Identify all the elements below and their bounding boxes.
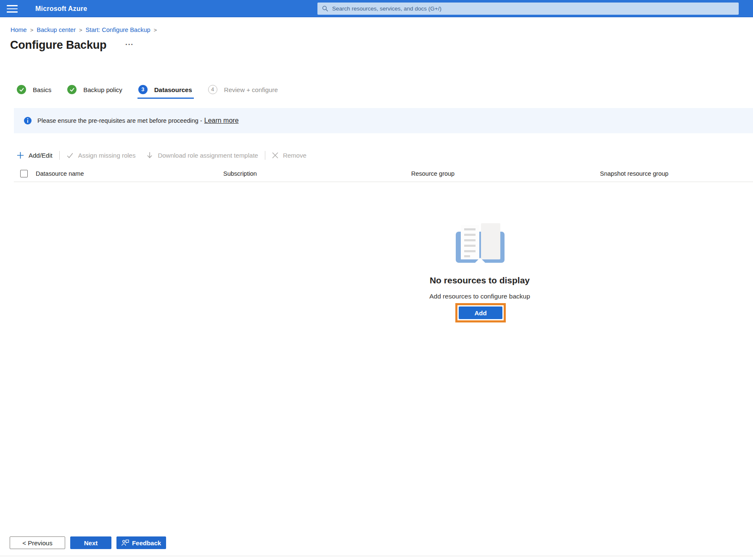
feedback-button[interactable]: Feedback xyxy=(116,536,166,549)
tab-basics[interactable]: Basics xyxy=(17,85,51,94)
column-subscription[interactable]: Subscription xyxy=(223,170,257,177)
wizard-steps: Basics Backup policy 3 Datasources 4 Rev… xyxy=(17,85,294,94)
step-number: 3 xyxy=(138,85,148,94)
check-icon xyxy=(66,152,74,159)
step-label: Backup policy xyxy=(83,86,122,93)
toolbar-divider xyxy=(59,151,60,160)
learn-more-link[interactable]: Learn more xyxy=(204,117,239,124)
feedback-icon xyxy=(122,539,129,546)
tab-backup-policy[interactable]: Backup policy xyxy=(67,85,122,94)
toolbar-item-label: Remove xyxy=(283,152,306,159)
breadcrumb-separator: > xyxy=(79,27,82,33)
open-book-icon xyxy=(455,222,505,265)
download-icon xyxy=(146,152,153,159)
empty-state-subtitle: Add resources to configure backup xyxy=(312,293,648,300)
datasource-table-header: Datasource name Subscription Resource gr… xyxy=(14,166,753,182)
more-options-icon[interactable]: ··· xyxy=(125,40,134,49)
prerequisites-info-banner: Please ensure the pre-requisites are met… xyxy=(14,108,753,133)
search-input[interactable] xyxy=(332,5,734,12)
download-role-template-button[interactable]: Download role assignment template xyxy=(146,152,258,159)
datasource-toolbar: Add/Edit Assign missing roles Download r… xyxy=(17,149,306,161)
banner-message: Please ensure the pre-requisites are met… xyxy=(37,117,202,124)
app-title: Microsoft Azure xyxy=(35,0,87,17)
empty-state-title: No resources to display xyxy=(312,275,648,285)
step-label: Basics xyxy=(33,86,51,93)
page-title: Configure Backup xyxy=(10,39,106,52)
step-complete-icon xyxy=(67,85,77,94)
next-button[interactable]: Next xyxy=(70,536,111,549)
breadcrumb-separator: > xyxy=(154,27,157,33)
hamburger-menu-icon[interactable] xyxy=(7,5,18,13)
breadcrumb-separator: > xyxy=(30,27,34,33)
tab-datasources[interactable]: 3 Datasources xyxy=(138,85,192,94)
select-all-checkbox[interactable] xyxy=(20,170,28,177)
column-snapshot-resource-group[interactable]: Snapshot resource group xyxy=(600,170,668,177)
azure-top-bar: Microsoft Azure xyxy=(0,0,753,17)
breadcrumb: Home > Backup center > Start: Configure … xyxy=(11,26,157,33)
plus-icon xyxy=(17,152,24,159)
step-number: 4 xyxy=(208,85,217,94)
column-datasource-name[interactable]: Datasource name xyxy=(36,170,84,177)
step-label: Datasources xyxy=(154,86,192,93)
step-complete-icon xyxy=(17,85,26,94)
add-button-highlight: Add xyxy=(455,303,506,322)
toolbar-item-label: Download role assignment template xyxy=(158,152,258,159)
remove-icon xyxy=(272,152,278,158)
column-resource-group[interactable]: Resource group xyxy=(411,170,454,177)
remove-button[interactable]: Remove xyxy=(272,152,306,159)
add-edit-button[interactable]: Add/Edit xyxy=(17,152,53,159)
previous-button[interactable]: < Previous xyxy=(10,536,65,549)
feedback-label: Feedback xyxy=(132,539,161,547)
assign-missing-roles-button[interactable]: Assign missing roles xyxy=(66,152,136,159)
breadcrumb-backup-center[interactable]: Backup center xyxy=(37,26,76,33)
toolbar-divider xyxy=(265,151,265,160)
info-icon xyxy=(24,117,32,124)
breadcrumb-home[interactable]: Home xyxy=(11,26,27,33)
search-icon xyxy=(322,5,328,12)
toolbar-item-label: Assign missing roles xyxy=(78,152,136,159)
bottom-divider xyxy=(0,556,753,556)
tab-review-configure[interactable]: 4 Review + configure xyxy=(208,85,278,94)
global-search[interactable] xyxy=(317,3,739,15)
step-label: Review + configure xyxy=(224,86,278,93)
add-button[interactable]: Add xyxy=(459,306,502,319)
toolbar-item-label: Add/Edit xyxy=(29,152,53,159)
breadcrumb-start-configure-backup[interactable]: Start: Configure Backup xyxy=(86,26,151,33)
